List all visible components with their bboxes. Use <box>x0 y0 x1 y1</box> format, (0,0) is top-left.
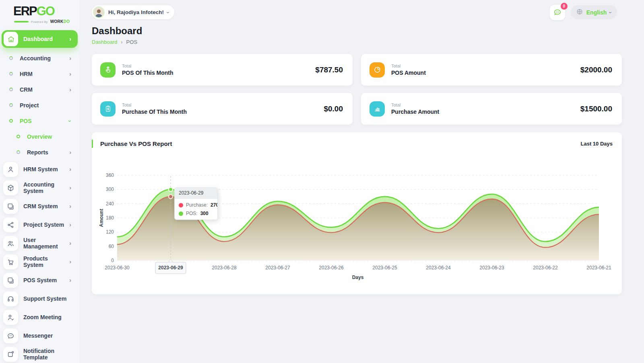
chart-card-header: Purchase Vs POS Report Last 10 Days <box>92 132 622 155</box>
chevron-right-icon: › <box>69 166 71 172</box>
series-dot-icon <box>179 211 183 216</box>
notification-badge: 0 <box>561 3 568 10</box>
bullet-icon <box>9 72 13 76</box>
header-actions: 0 English › <box>550 5 617 20</box>
tooltip-rows: Purchase:270POS:300 <box>175 199 217 219</box>
svg-text:2023-06-27: 2023-06-27 <box>265 265 290 271</box>
sidebar-item-notification-template[interactable]: Notification Template <box>0 345 79 363</box>
stat-card-pos-amount: TotalPOS Amount $2000.00 <box>361 54 622 86</box>
sidebar-subitem-overview[interactable]: Overview <box>0 129 79 144</box>
sidebar-item-accounting[interactable]: Accounting› <box>0 50 79 66</box>
tooltip-row: Purchase:270 <box>175 200 217 208</box>
breadcrumb-current: POS <box>126 39 137 45</box>
chart-tooltip: 2023-06-29 Purchase:270POS:300 <box>174 187 218 220</box>
bullet-icon <box>17 150 20 154</box>
svg-text:300: 300 <box>106 187 114 192</box>
svg-text:2023-06-25: 2023-06-25 <box>372 265 397 271</box>
sidebar-main-menu: Accounting›HRM›CRM›ProjectPOS› <box>0 50 79 129</box>
bullet-icon <box>9 56 13 60</box>
language-selector[interactable]: English › <box>571 5 617 19</box>
sidebar-item-pos-system[interactable]: POS System› <box>0 271 79 289</box>
language-label: English <box>586 9 607 16</box>
headset-icon <box>3 291 18 306</box>
logo-tagline: Powered By WORKDO <box>14 20 79 24</box>
chevron-right-icon: › <box>69 203 71 209</box>
chevron-right-icon: › <box>121 39 123 45</box>
svg-text:2023-06-30: 2023-06-30 <box>105 265 130 271</box>
svg-text:2023-06-29: 2023-06-29 <box>158 265 183 271</box>
sidebar-item-pos[interactable]: POS› <box>0 113 79 129</box>
cube-icon <box>3 180 18 195</box>
user-menu-button[interactable]: Hi, Rajodiya Infotech! › <box>92 5 174 19</box>
stat-value: $787.50 <box>315 66 343 74</box>
app-logo[interactable]: ERPGO Powered By WORKDO <box>0 0 79 24</box>
chevron-down-icon: › <box>165 11 171 13</box>
bar-chart-icon <box>369 101 385 117</box>
sidebar-item-project-system[interactable]: Project System› <box>0 215 79 234</box>
svg-text:60: 60 <box>109 244 114 249</box>
chevron-right-icon: › <box>69 259 71 265</box>
sidebar-item-support-system[interactable]: Support System <box>0 289 79 308</box>
stat-card-purchase-amount: TotalPurchase Amount $1500.00 <box>361 93 622 125</box>
stat-value: $1500.00 <box>580 105 612 113</box>
share-nodes-icon <box>3 217 18 232</box>
sidebar-item-hrm-system[interactable]: HRM System› <box>0 160 79 178</box>
stat-label: POS Of This Month <box>122 70 173 76</box>
pie-chart-icon <box>369 62 385 78</box>
sidebar-item-crm[interactable]: CRM› <box>0 82 79 97</box>
sidebar-item-zoom-meeting[interactable]: Zoom Meeting <box>0 308 79 326</box>
stat-label: POS Amount <box>391 70 426 76</box>
tap-icon <box>100 62 116 78</box>
top-header: Hi, Rajodiya Infotech! › 0 English › <box>92 0 622 20</box>
bullet-icon <box>9 103 13 107</box>
sidebar-systems-menu: HRM System›Accounting System›CRM System›… <box>0 160 79 363</box>
messages-button[interactable]: 0 <box>550 5 565 20</box>
stat-label: Purchase Amount <box>391 109 439 115</box>
sidebar-item-messenger[interactable]: Messenger <box>0 326 79 345</box>
stat-cards: TotalPOS Of This Month $787.50 TotalPOS … <box>92 54 622 125</box>
logo-text: ERPGO <box>13 5 79 17</box>
svg-text:180: 180 <box>106 215 114 221</box>
globe-icon <box>576 8 583 17</box>
stat-kicker: Total <box>122 103 187 107</box>
svg-text:2023-06-23: 2023-06-23 <box>479 265 504 271</box>
chart-area: 0601201802403003602023-06-302023-06-2920… <box>92 155 622 293</box>
stat-value: $2000.00 <box>580 66 612 74</box>
user-greeting: Hi, Rajodiya Infotech! <box>108 9 164 15</box>
chevron-right-icon: › <box>69 185 71 191</box>
sidebar: ERPGO Powered By WORKDO Dashboard › Acco… <box>0 0 79 363</box>
cart-icon <box>3 254 18 269</box>
purchase-vs-pos-chart[interactable]: 0601201802403003602023-06-302023-06-2920… <box>92 155 622 291</box>
svg-text:2023-06-22: 2023-06-22 <box>533 265 558 271</box>
users-icon <box>3 236 18 251</box>
svg-text:240: 240 <box>106 201 114 207</box>
breadcrumb: Dashboard › POS <box>92 39 622 45</box>
svg-text:0: 0 <box>111 258 114 263</box>
sidebar-item-user-management[interactable]: User Management› <box>0 234 79 252</box>
chat-icon <box>553 8 562 17</box>
chart-card: Purchase Vs POS Report Last 10 Days 0601… <box>92 132 622 294</box>
sidebar-item-project[interactable]: Project <box>0 97 79 113</box>
main-content: Hi, Rajodiya Infotech! › 0 English › Das… <box>79 0 644 294</box>
breadcrumb-dashboard-link[interactable]: Dashboard <box>92 39 118 45</box>
sidebar-item-label: Dashboard <box>23 36 69 42</box>
chart-range-label: Last 10 Days <box>581 141 613 147</box>
stat-kicker: Total <box>391 103 439 107</box>
svg-text:360: 360 <box>106 172 114 178</box>
sidebar-item-hrm[interactable]: HRM› <box>0 66 79 82</box>
sidebar-item-dashboard[interactable]: Dashboard › <box>2 30 78 48</box>
home-icon <box>4 32 18 46</box>
bullet-icon <box>9 119 13 123</box>
sidebar-subitem-reports[interactable]: Reports› <box>0 144 79 160</box>
svg-text:2023-06-24: 2023-06-24 <box>426 265 451 271</box>
chevron-right-icon: › <box>69 277 71 283</box>
invoice-icon <box>100 101 116 117</box>
sidebar-item-products-system[interactable]: Products System› <box>0 252 79 271</box>
person-icon <box>3 162 18 177</box>
stat-kicker: Total <box>391 64 426 68</box>
chevron-right-icon: › <box>69 55 71 61</box>
series-dot-icon <box>179 203 183 207</box>
sidebar-item-crm-system[interactable]: CRM System› <box>0 197 79 215</box>
chevron-right-icon: › <box>69 87 71 92</box>
sidebar-item-accounting-system[interactable]: Accounting System› <box>0 178 79 197</box>
